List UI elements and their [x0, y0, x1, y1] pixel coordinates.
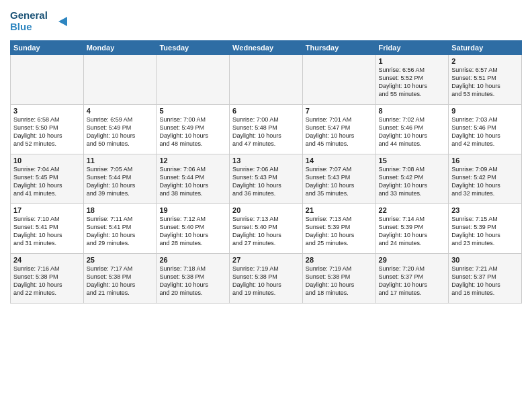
col-header-sunday: Sunday [11, 41, 84, 55]
day-info: Daylight: 10 hours [451, 181, 519, 189]
day-number: 5 [159, 107, 226, 115]
day-info: Daylight: 10 hours [13, 231, 81, 239]
day-number: 24 [13, 256, 81, 264]
day-info: Daylight: 10 hours [13, 181, 81, 189]
day-info: Daylight: 10 hours [159, 281, 226, 289]
day-info: Sunset: 5:46 PM [379, 124, 446, 132]
calendar-cell [11, 55, 84, 105]
day-info: Sunrise: 7:19 AM [232, 265, 300, 273]
day-number: 13 [232, 156, 300, 165]
day-info: and 21 minutes. [87, 289, 154, 297]
calendar-cell [157, 55, 230, 105]
calendar-cell: 20Sunrise: 7:13 AMSunset: 5:40 PMDayligh… [230, 204, 303, 254]
day-info: and 25 minutes. [306, 239, 373, 247]
calendar-cell: 21Sunrise: 7:13 AMSunset: 5:39 PMDayligh… [302, 204, 375, 254]
calendar-cell: 1Sunrise: 6:56 AMSunset: 5:52 PMDaylight… [375, 55, 449, 105]
day-info: Sunrise: 7:00 AM [232, 116, 300, 124]
day-info: Sunset: 5:41 PM [87, 223, 154, 231]
day-info: Daylight: 10 hours [451, 281, 519, 289]
day-number: 20 [232, 206, 300, 214]
day-number: 11 [87, 156, 154, 165]
calendar-cell [302, 55, 375, 105]
day-number: 14 [306, 156, 373, 165]
day-info: Sunset: 5:38 PM [13, 273, 81, 281]
day-number: 1 [379, 57, 446, 65]
day-info: and 32 minutes. [451, 189, 519, 197]
calendar-cell: 23Sunrise: 7:15 AMSunset: 5:39 PMDayligh… [449, 204, 522, 254]
day-number: 7 [306, 107, 373, 115]
calendar-cell: 4Sunrise: 6:59 AMSunset: 5:49 PMDaylight… [83, 105, 157, 154]
day-info: Sunset: 5:42 PM [379, 173, 446, 181]
day-info: Sunset: 5:51 PM [451, 74, 519, 82]
day-number: 10 [13, 156, 81, 165]
day-info: Daylight: 10 hours [379, 281, 446, 289]
logo-svg: General Blue [10, 7, 71, 36]
day-info: Daylight: 10 hours [159, 181, 226, 189]
day-number: 27 [232, 256, 300, 264]
col-header-wednesday: Wednesday [230, 41, 303, 55]
day-info: Sunrise: 7:00 AM [159, 116, 226, 124]
calendar-cell: 5Sunrise: 7:00 AMSunset: 5:49 PMDaylight… [157, 105, 230, 154]
day-info: Daylight: 10 hours [159, 132, 226, 140]
day-info: Sunrise: 7:04 AM [13, 165, 81, 173]
day-number: 23 [451, 206, 519, 214]
week-row-1: 3Sunrise: 6:58 AMSunset: 5:50 PMDaylight… [11, 105, 522, 154]
day-info: Sunrise: 7:05 AM [87, 165, 154, 173]
calendar-cell: 8Sunrise: 7:02 AMSunset: 5:46 PMDaylight… [375, 105, 449, 154]
day-info: and 24 minutes. [379, 239, 446, 247]
logo: General Blue [10, 7, 71, 36]
calendar-cell: 6Sunrise: 7:00 AMSunset: 5:48 PMDaylight… [230, 105, 303, 154]
svg-text:General: General [10, 9, 48, 21]
calendar-cell: 15Sunrise: 7:08 AMSunset: 5:42 PMDayligh… [375, 154, 449, 204]
day-info: Sunset: 5:44 PM [87, 173, 154, 181]
day-info: Sunset: 5:38 PM [87, 273, 154, 281]
day-info: Sunset: 5:38 PM [232, 273, 300, 281]
day-info: and 50 minutes. [87, 140, 154, 148]
day-info: Sunrise: 7:18 AM [159, 265, 226, 273]
day-info: Daylight: 10 hours [306, 181, 373, 189]
day-info: Daylight: 10 hours [306, 281, 373, 289]
week-row-3: 17Sunrise: 7:10 AMSunset: 5:41 PMDayligh… [11, 204, 522, 254]
day-info: and 27 minutes. [232, 239, 300, 247]
day-info: and 47 minutes. [232, 140, 300, 148]
day-info: Sunrise: 7:14 AM [379, 215, 446, 223]
day-info: and 52 minutes. [13, 140, 81, 148]
day-info: Daylight: 10 hours [232, 132, 300, 140]
day-info: and 38 minutes. [159, 189, 226, 197]
calendar-cell: 13Sunrise: 7:06 AMSunset: 5:43 PMDayligh… [230, 154, 303, 204]
day-number: 29 [379, 256, 446, 264]
day-info: Daylight: 10 hours [451, 132, 519, 140]
day-info: Daylight: 10 hours [306, 231, 373, 239]
day-info: Sunset: 5:39 PM [379, 223, 446, 231]
day-info: Sunrise: 7:10 AM [13, 215, 81, 223]
day-info: Daylight: 10 hours [87, 181, 154, 189]
day-info: Daylight: 10 hours [159, 231, 226, 239]
day-info: and 55 minutes. [379, 90, 446, 98]
day-number: 6 [232, 107, 300, 115]
day-info: Sunrise: 7:07 AM [306, 165, 373, 173]
calendar-cell: 12Sunrise: 7:06 AMSunset: 5:44 PMDayligh… [157, 154, 230, 204]
day-info: Sunrise: 7:06 AM [159, 165, 226, 173]
calendar-cell: 9Sunrise: 7:03 AMSunset: 5:46 PMDaylight… [449, 105, 522, 154]
day-info: and 44 minutes. [379, 140, 446, 148]
calendar-cell: 22Sunrise: 7:14 AMSunset: 5:39 PMDayligh… [375, 204, 449, 254]
day-info: Sunset: 5:45 PM [13, 173, 81, 181]
day-info: Daylight: 10 hours [232, 181, 300, 189]
day-info: Sunset: 5:48 PM [232, 124, 300, 132]
col-header-saturday: Saturday [449, 41, 522, 55]
day-info: Sunset: 5:38 PM [306, 273, 373, 281]
day-number: 18 [87, 206, 154, 214]
day-number: 19 [159, 206, 226, 214]
day-info: Sunrise: 7:21 AM [451, 265, 519, 273]
day-info: Sunrise: 7:16 AM [13, 265, 81, 273]
calendar-cell: 29Sunrise: 7:20 AMSunset: 5:37 PMDayligh… [375, 254, 449, 304]
day-info: Sunrise: 7:03 AM [451, 116, 519, 124]
day-number: 4 [87, 107, 154, 115]
day-info: Sunrise: 7:06 AM [232, 165, 300, 173]
day-info: Daylight: 10 hours [232, 281, 300, 289]
day-info: Daylight: 10 hours [87, 231, 154, 239]
day-info: Sunrise: 6:58 AM [13, 116, 81, 124]
day-info: and 20 minutes. [159, 289, 226, 297]
day-info: and 19 minutes. [232, 289, 300, 297]
day-info: Sunrise: 6:59 AM [87, 116, 154, 124]
